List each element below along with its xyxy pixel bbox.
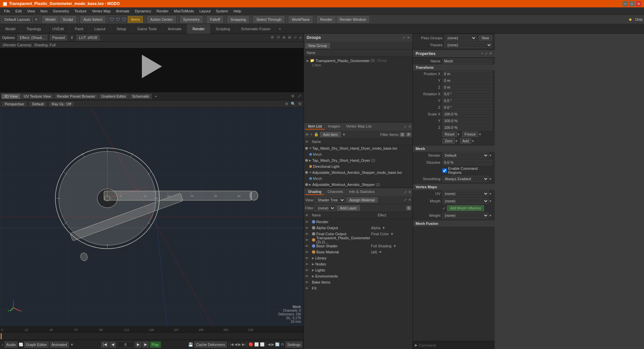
viewport-settings-icon[interactable]: ⚙ <box>290 93 296 99</box>
items-button[interactable]: Items <box>128 16 143 23</box>
menu-texture[interactable]: Texture <box>72 8 89 14</box>
menu-render[interactable]: Render <box>154 8 171 14</box>
settings-button[interactable]: Settings <box>285 342 302 348</box>
smoothing-chevron[interactable]: ▼ <box>489 177 492 181</box>
current-frame-input[interactable] <box>117 342 134 348</box>
camera-icon[interactable]: ⊕ <box>282 35 285 40</box>
close-groups-icon[interactable]: ✕ <box>407 36 410 40</box>
ray-gl-button[interactable]: Ray GL: Off <box>49 102 74 106</box>
tab-uvedit[interactable]: UVEdit <box>47 24 69 34</box>
scale-y-input[interactable] <box>442 118 492 123</box>
shader-row-bake[interactable]: 👁 Bake Items <box>304 279 413 285</box>
tab-uv-texture-view[interactable]: UV Texture View <box>21 94 54 99</box>
tab-3d-view[interactable]: 3D View <box>1 94 20 99</box>
lut-label[interactable]: LUT: sRGB <box>76 35 100 40</box>
play-button-2[interactable]: ▶ <box>135 342 141 348</box>
tab-scripting[interactable]: Scripting <box>210 24 236 34</box>
menu-dynamics[interactable]: Dynamics <box>132 8 154 14</box>
morph-select[interactable]: (none) <box>442 198 489 204</box>
shader-row-library[interactable]: 👁 ▶ Library <box>304 255 413 261</box>
render-select[interactable]: Default <box>442 152 489 158</box>
vp-gear-icon[interactable]: ⚙ <box>298 102 302 106</box>
animated-chevron[interactable]: ▼ <box>70 343 74 347</box>
shader-row-base-material[interactable]: 👁 Base Material (all) ▼ <box>304 249 413 255</box>
item-row-1[interactable]: Mesh <box>304 151 413 157</box>
expand-shading-icon[interactable]: ⤢ <box>404 190 407 194</box>
menu-geometry[interactable]: Geometry <box>50 8 72 14</box>
vp-zoom-icon[interactable]: 🔍 <box>291 102 296 106</box>
add-item-icon[interactable]: + <box>310 132 313 137</box>
tab-info-statistics[interactable]: Info & Statistics <box>346 189 377 195</box>
go-start-button[interactable]: |◀ <box>101 342 108 348</box>
menu-view[interactable]: View <box>24 8 38 14</box>
tab-paint[interactable]: Paint <box>69 24 89 34</box>
maximize-button[interactable]: □ <box>629 1 635 6</box>
render-camera-label[interactable]: (Render Camera) <box>3 43 32 47</box>
model-button[interactable]: Model <box>42 16 58 23</box>
perspective-button[interactable]: Perspective <box>2 102 26 106</box>
transform-header[interactable]: Transform <box>413 64 495 70</box>
passes-select[interactable]: (none) <box>444 42 492 48</box>
uv-select[interactable]: (none) <box>442 191 489 197</box>
more-icon[interactable]: ≡ <box>300 36 302 40</box>
smoothing-select[interactable]: Always Enabled <box>442 176 489 182</box>
enable-cmd-regions-checkbox[interactable] <box>442 168 447 173</box>
item-row-2[interactable]: ▶ Tap_Wash_Dry_Short_Hand_Dryer (2) <box>304 157 413 163</box>
properties-close-icon[interactable]: ✕ <box>489 51 492 56</box>
viewport-style-button[interactable]: Default <box>29 102 46 106</box>
tab-render-preset-browser[interactable]: Render Preset Browser <box>54 94 98 99</box>
add-item-chevron[interactable]: ▼ <box>342 133 346 137</box>
graph-editor-button[interactable]: Graph Editor <box>24 342 48 348</box>
tab-vertex-map-list[interactable]: Vertex Map List <box>343 123 374 130</box>
render-button[interactable]: Render <box>317 16 335 23</box>
tab-images[interactable]: Images <box>325 123 343 130</box>
tab-shading[interactable]: Shading <box>305 189 324 195</box>
viewport-expand-icon[interactable]: ⤢ <box>297 93 302 99</box>
expand-lights[interactable]: ▶ <box>312 268 315 272</box>
settings-icon-1[interactable]: ⚙ <box>271 35 274 40</box>
vp-home-icon[interactable]: ⊕ <box>285 102 288 106</box>
menu-layout[interactable]: Layout <box>197 8 213 14</box>
tab-item-list[interactable]: Item List <box>305 123 325 130</box>
weight-chevron[interactable]: ▼ <box>489 214 492 217</box>
tab-gradient-editor[interactable]: Gradient Editor <box>99 94 129 99</box>
rot-y-input[interactable] <box>442 98 492 103</box>
assign-material-button[interactable]: Assign Material <box>346 197 378 203</box>
dissolve-input[interactable] <box>442 160 492 165</box>
shader-row-fx[interactable]: 👁 FX <box>304 285 413 291</box>
shading-label[interactable]: Shading: Full <box>34 43 56 47</box>
tab-schematic-fusion[interactable]: Schematic Fusion <box>236 24 276 34</box>
mesh-section-header[interactable]: Mesh <box>413 146 495 152</box>
scale-z-input[interactable] <box>442 125 492 130</box>
expand-row0[interactable]: ▼ <box>309 147 312 150</box>
workplane-button[interactable]: WorkPlane <box>289 16 313 23</box>
uv-chevron[interactable]: ▼ <box>489 192 492 196</box>
shader-row-goniometer-mat[interactable]: 👁 Transparent_Plastic_Goniometer (2) (1.… <box>304 237 413 243</box>
play-button[interactable] <box>142 55 162 78</box>
sculpt-button[interactable]: Sculpt <box>60 16 76 23</box>
bm-effect-chevron[interactable]: ▼ <box>378 250 382 254</box>
menu-help[interactable]: Help <box>231 8 244 14</box>
reset-button[interactable]: Reset <box>442 132 457 137</box>
tab-topology[interactable]: Topology <box>21 24 47 34</box>
zoom-fit-icon[interactable]: ⊞ <box>288 35 291 40</box>
falloff-button[interactable]: Falloff <box>207 16 223 23</box>
item-row-6[interactable]: ▶ Adjustable_Workout_Aerobic_Stepper (2) <box>304 182 413 188</box>
shader-row-nodes[interactable]: 👁 ▶ Nodes <box>304 261 413 267</box>
menu-edit[interactable]: Edit <box>13 8 24 14</box>
layouts-dropdown[interactable]: Default Layouts <box>1 16 33 22</box>
pass-groups-select[interactable]: (none) <box>444 35 477 41</box>
shader-row-lights[interactable]: 👁 ▶ Lights <box>304 267 413 273</box>
paused-label[interactable]: Paused <box>50 35 67 40</box>
tab-animate[interactable]: Animate <box>163 24 187 34</box>
tab-setup[interactable]: Setup <box>111 24 132 34</box>
item-row-5[interactable]: Mesh <box>304 176 413 182</box>
expand-group-arrow[interactable]: ▶ <box>307 59 310 62</box>
expand-groups-icon[interactable]: ⤢ <box>402 36 406 40</box>
add-item-button[interactable]: Add Item <box>320 132 341 137</box>
timeline-track[interactable] <box>0 332 304 340</box>
symmetry-button[interactable]: Symmetry <box>180 16 203 23</box>
item-row-0[interactable]: ▼ Tap_Wash_Dry_Short_Hand_Dryer_modo_bas… <box>304 145 413 151</box>
expand-itemlist-icon[interactable]: ⤢ <box>404 124 407 129</box>
tab-model[interactable]: Model <box>0 24 21 34</box>
